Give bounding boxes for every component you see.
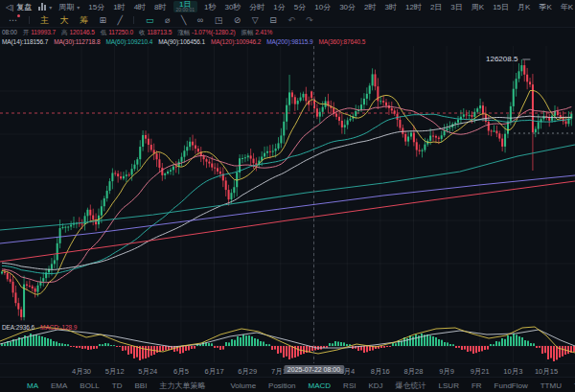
- timeframe-30秒[interactable]: 30秒: [222, 2, 242, 12]
- timeframe-12时[interactable]: 12时: [403, 2, 424, 12]
- timeframe-分时[interactable]: 分时: [247, 2, 266, 12]
- ohlc-close: 收118713.5: [139, 29, 172, 37]
- more-menu-icon[interactable]: ⋯: [9, 16, 17, 25]
- timeframe-3日[interactable]: 3日: [448, 2, 464, 12]
- chevron-down-icon: ▾: [77, 4, 80, 11]
- ohlc-low: 低117250.0: [101, 29, 133, 37]
- timeframe-30分[interactable]: 30分: [337, 2, 357, 12]
- indicator-tab-Position[interactable]: Position: [268, 381, 295, 390]
- timeframe-周K[interactable]: 周K: [470, 2, 486, 12]
- redo-icon[interactable]: ↷: [306, 16, 313, 25]
- screenshot-tool-icon[interactable]: ◳: [215, 16, 223, 25]
- chips-distribution-icon[interactable]: 筹: [80, 16, 88, 25]
- replay-button[interactable]: ◁| 复盘: [6, 2, 32, 12]
- timeframe-季K[interactable]: 季K: [537, 2, 553, 12]
- macd-values-row: DEA:2936.6MACD:-128.9: [2, 324, 77, 331]
- undo-icon[interactable]: ↶: [288, 16, 295, 25]
- timeframe-list: 15分1时4时8时1日20:00:011秒30秒分时1分5分10分30分2时3时…: [86, 1, 575, 12]
- axis-tick: 10月15: [535, 367, 558, 377]
- brush-icon[interactable]: ╱: [118, 16, 123, 25]
- chart-type-button[interactable]: ▾: [38, 3, 52, 11]
- compare-icon[interactable]: ⊞: [100, 16, 107, 25]
- measure-tool-icon[interactable]: ⌀: [165, 16, 170, 25]
- macd-pane: [0, 327, 575, 361]
- indicator-tab-BBI[interactable]: BBI: [134, 381, 147, 390]
- ma360-line: [0, 181, 575, 262]
- chart-canvas[interactable]: 126208.5: [0, 27, 575, 378]
- timeframe-2时[interactable]: 2时: [362, 2, 378, 12]
- large-font-icon[interactable]: 大: [60, 16, 69, 25]
- chevron-down-icon: ▾: [49, 4, 52, 11]
- axis-tick: 5月12: [105, 367, 125, 377]
- ma-value-MA(60): MA(60):109210.4: [106, 38, 153, 45]
- indicator-tab-TTMU[interactable]: TTMU: [540, 381, 562, 390]
- ma-values-row: MA(14):118156.7MA(30):112718.8MA(60):109…: [2, 38, 365, 45]
- drawing-toolbar: ⋯主大筹⊞╱▭⌀╲∞◳⊘▽⊟↶↷: [0, 13, 575, 28]
- indicator-tab-BOLL[interactable]: BOLL: [80, 381, 99, 390]
- indicator-tab-bar: MAEMABOLLTDBBI主力大单策略VolumePositionMACDRS…: [0, 377, 575, 392]
- chart-markers: 126208.5: [0, 46, 575, 376]
- indicator-tab-爆仓统计[interactable]: 爆仓统计: [396, 380, 426, 391]
- main-indicator-icon[interactable]: 主: [40, 16, 49, 25]
- chart-type-icon: [38, 3, 46, 11]
- ma-value-MA(360): MA(360):87640.5: [318, 38, 365, 45]
- grid-lines: [0, 46, 575, 362]
- notification-dot: [17, 14, 20, 17]
- indicator-tab-MACD[interactable]: MACD: [309, 381, 332, 390]
- indicator-tab-主力大单策略[interactable]: 主力大单策略: [159, 380, 205, 391]
- ma-value-MA(120): MA(120):100946.2: [211, 38, 261, 45]
- dea-line: [0, 330, 575, 348]
- timeframe-1日[interactable]: 1日20:00:01: [173, 1, 197, 12]
- timeframe-15分[interactable]: 15分: [86, 2, 106, 12]
- filter-tool-icon[interactable]: ▽: [252, 16, 259, 25]
- indicator-tab-FR[interactable]: FR: [472, 381, 482, 390]
- period-dropdown[interactable]: 周期 ▾: [58, 2, 80, 12]
- axis-tick: 5月24: [138, 367, 157, 377]
- trading-app-window: ◁| 复盘 ▾ 周期 ▾ 15分1时4时8时1日20:00:011秒30秒分时1…: [0, 0, 575, 392]
- axis-tick: 4月30: [72, 367, 91, 377]
- bar-time: 08:00: [2, 29, 17, 37]
- ohlc-open: 开119993.7: [23, 29, 56, 37]
- ohlc-info-row: 08:00开119993.7高120146.5低117250.0收118713.…: [2, 29, 272, 37]
- select-tool-icon[interactable]: ▭: [146, 16, 154, 25]
- axis-tick: 8月28: [403, 367, 423, 377]
- timeframe-2日[interactable]: 2日: [428, 2, 444, 12]
- indicator-tab-Volume[interactable]: Volume: [230, 381, 256, 390]
- peak-price-label: 126208.5: [486, 55, 518, 63]
- axis-tick: 6月17: [205, 367, 224, 377]
- ma-value-MA(30): MA(30):112718.8: [54, 38, 100, 45]
- ma-value-MA(14): MA(14):118156.7: [2, 38, 48, 45]
- timeframe-月K[interactable]: 月K: [516, 2, 532, 12]
- indicator-tab-EMA[interactable]: EMA: [51, 381, 67, 390]
- magnet-tool-icon[interactable]: ∞: [197, 16, 203, 25]
- axis-tick: 8月16: [371, 367, 390, 377]
- timeframe-1分[interactable]: 1分: [271, 2, 287, 12]
- indicator-tab-FundFlow[interactable]: FundFlow: [494, 381, 528, 390]
- timeframe-4时[interactable]: 4时: [132, 2, 148, 12]
- toolbar-divider: [29, 16, 30, 24]
- timeframe-1秒[interactable]: 1秒: [202, 2, 218, 12]
- timeframe-年K[interactable]: 年K: [559, 2, 575, 12]
- axis-tick: 6月5: [173, 367, 189, 377]
- timeframe-10分[interactable]: 10分: [312, 2, 333, 12]
- eraser-tool-icon[interactable]: ⊘: [234, 16, 242, 25]
- indicator-tab-RSI[interactable]: RSI: [343, 381, 356, 390]
- indicator-tab-TD[interactable]: TD: [112, 381, 123, 390]
- axis-tick: 10月3: [503, 367, 522, 377]
- axis-tick: 9月9: [439, 367, 454, 377]
- indicator-tab-MA[interactable]: MA: [27, 381, 38, 390]
- timeframe-15日[interactable]: 15日: [491, 2, 511, 12]
- indicator-tab-KDJ[interactable]: KDJ: [368, 381, 382, 390]
- trendline-tool-icon[interactable]: ╲: [181, 16, 186, 25]
- replay-icon: ◁|: [6, 3, 13, 12]
- timeframe-1时[interactable]: 1时: [111, 2, 126, 12]
- candles-layer: [1, 59, 572, 320]
- timeframe-3时[interactable]: 3时: [383, 2, 399, 12]
- timeframe-8时[interactable]: 8时: [152, 2, 168, 12]
- axis-tick: 6月29: [238, 367, 257, 377]
- replay-label: 复盘: [16, 2, 32, 12]
- indicator-tab-LSUR[interactable]: LSUR: [439, 381, 459, 390]
- timeframe-5分[interactable]: 5分: [292, 2, 308, 12]
- delete-drawings-icon[interactable]: ⊟: [269, 16, 277, 25]
- axis-tick: 9月21: [471, 367, 490, 377]
